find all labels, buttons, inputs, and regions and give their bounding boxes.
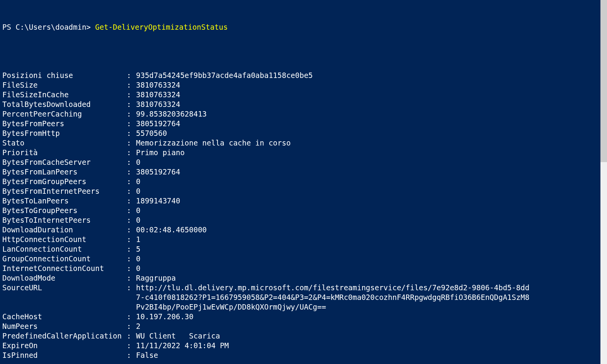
prompt-path: PS C:\Users\doadmin> (2, 23, 95, 31)
output-separator: : (127, 119, 136, 129)
output-row: IsPinned: False (2, 350, 605, 360)
output-row: BytesFromHttp: 5570560 (2, 129, 605, 138)
output-key: BytesFromCacheServer (2, 157, 127, 167)
output-key: CacheHost (2, 312, 127, 322)
output-value: 0 (136, 215, 605, 225)
output-value: Primo piano (136, 148, 605, 157)
output-separator: : (127, 244, 136, 254)
output-separator: : (127, 215, 136, 225)
output-key: HttpConnectionCount (2, 235, 127, 244)
output-value: Memorizzazione nella cache in corso (136, 138, 605, 148)
output-value: 1899143740 (136, 196, 605, 206)
output-separator: : (127, 283, 136, 293)
output-value: Raggruppa (136, 273, 605, 283)
output-value: 10.197.206.30 (136, 312, 605, 322)
output-separator: : (127, 109, 136, 119)
output-row: BytesFromGroupPeers: 0 (2, 177, 605, 186)
output-row: Priorità: Primo piano (2, 148, 605, 157)
output-value: 3810763324 (136, 80, 605, 90)
output-separator: : (127, 80, 136, 90)
output-row: Stato: Memorizzazione nella cache in cor… (2, 138, 605, 148)
output-key: DownloadMode (2, 273, 127, 283)
output-value: 5 (136, 244, 605, 254)
output-key: TotalBytesDownloaded (2, 100, 127, 109)
output-separator: : (127, 322, 136, 331)
output-row: BytesToInternetPeers: 0 (2, 215, 605, 225)
output-row: PercentPeerCaching: 99.8538203628413 (2, 109, 605, 119)
output-value: False (136, 350, 605, 360)
output-continuation: 7-c410f0818262?P1=1667959058&P2=404&P3=2… (2, 293, 605, 302)
output-key: BytesFromPeers (2, 119, 127, 129)
output-separator: : (127, 206, 136, 215)
output-key: DownloadDuration (2, 225, 127, 235)
output-row: ExpireOn: 11/11/2022 4:01:04 PM (2, 341, 605, 350)
output-row: CacheHost: 10.197.206.30 (2, 312, 605, 322)
output-key: ExpireOn (2, 341, 127, 350)
output-key: FileSize (2, 80, 127, 90)
output-separator: : (127, 177, 136, 186)
output-value: 3810763324 (136, 90, 605, 100)
output-key: PredefinedCallerApplication (2, 331, 127, 341)
output-value: http://tlu.dl.delivery.mp.microsoft.com/… (136, 283, 605, 293)
output-separator: : (127, 235, 136, 244)
output-key: BytesToLanPeers (2, 196, 127, 206)
output-value: 0 (136, 264, 605, 273)
output-value: 3805192764 (136, 119, 605, 129)
output-row: BytesFromCacheServer: 0 (2, 157, 605, 167)
output-row: DownloadMode: Raggruppa (2, 273, 605, 283)
output-row: SourceURL: http://tlu.dl.delivery.mp.mic… (2, 283, 605, 293)
output-key: Posizioni chiuse (2, 71, 127, 80)
output-value: WU Client Scarica (136, 331, 605, 341)
output-key: BytesToInternetPeers (2, 215, 127, 225)
output-separator: : (127, 341, 136, 350)
output-row: PredefinedCallerApplication: WU Client S… (2, 331, 605, 341)
output-key: IsPinned (2, 350, 127, 360)
output-separator: : (127, 167, 136, 177)
output-key: BytesFromGroupPeers (2, 177, 127, 186)
output-value: 0 (136, 186, 605, 196)
terminal-output[interactable]: PS C:\Users\doadmin> Get-DeliveryOptimiz… (0, 0, 607, 364)
output-separator: : (127, 331, 136, 341)
output-value: 0 (136, 157, 605, 167)
output-row: BytesFromLanPeers: 3805192764 (2, 167, 605, 177)
output-separator: : (127, 186, 136, 196)
output-key: BytesFromInternetPeers (2, 186, 127, 196)
output-row: LanConnectionCount: 5 (2, 244, 605, 254)
output-row: BytesFromPeers: 3805192764 (2, 119, 605, 129)
output-row: FileSize: 3810763324 (2, 80, 605, 90)
output-key: BytesFromHttp (2, 129, 127, 138)
output-row: BytesToGroupPeers: 0 (2, 206, 605, 215)
output-value: 3805192764 (136, 167, 605, 177)
output-row: GroupConnectionCount: 0 (2, 254, 605, 264)
output-key: Priorità (2, 148, 127, 157)
output-key: SourceURL (2, 283, 127, 293)
output-separator: : (127, 264, 136, 273)
output-key: Stato (2, 138, 127, 148)
output-separator: : (127, 273, 136, 283)
output-value: 1 (136, 235, 605, 244)
output-key: LanConnectionCount (2, 244, 127, 254)
output-value: 00:02:48.4650000 (136, 225, 605, 235)
output-value: 2 (136, 322, 605, 331)
output-separator: : (127, 138, 136, 148)
output-row: Posizioni chiuse: 935d7a54245ef9bb37acde… (2, 71, 605, 80)
output-value: 99.8538203628413 (136, 109, 605, 119)
vertical-scrollbar[interactable] (600, 0, 607, 364)
prompt-line: PS C:\Users\doadmin> Get-DeliveryOptimiz… (2, 22, 605, 32)
output-key: GroupConnectionCount (2, 254, 127, 264)
output-continuation: Pv2BI4bp/PooEPj1wEvWCp/DD8kQXOrmQjwy/UAC… (2, 302, 605, 312)
output-key: InternetConnectionCount (2, 264, 127, 273)
output-separator: : (127, 225, 136, 235)
output-row: TotalBytesDownloaded: 3810763324 (2, 100, 605, 109)
output-separator: : (127, 100, 136, 109)
output-key: BytesToGroupPeers (2, 206, 127, 215)
output-separator: : (127, 254, 136, 264)
output-separator: : (127, 129, 136, 138)
output-separator: : (127, 350, 136, 360)
scrollbar-thumb[interactable] (600, 0, 607, 162)
command-text: Get-DeliveryOptimizationStatus (95, 23, 228, 31)
output-value: 3810763324 (136, 100, 605, 109)
output-separator: : (127, 148, 136, 157)
output-value: 5570560 (136, 129, 605, 138)
output-row: FileSizeInCache: 3810763324 (2, 90, 605, 100)
